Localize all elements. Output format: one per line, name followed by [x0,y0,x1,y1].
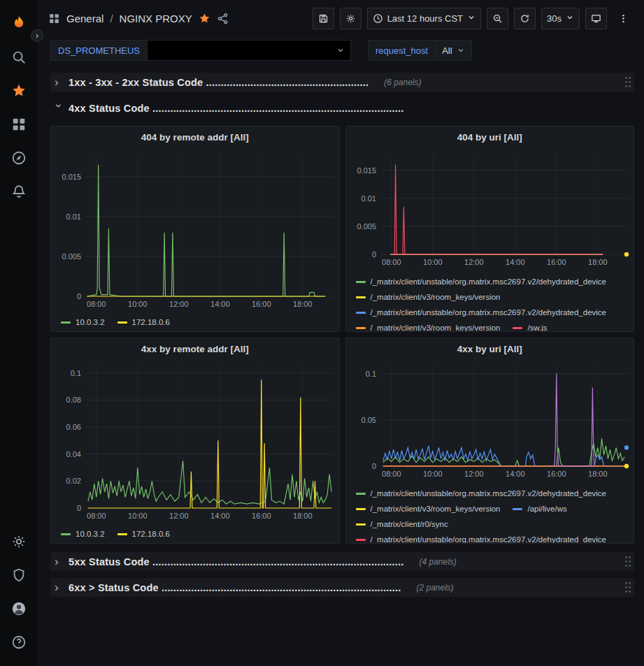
row-title: 5xx Status Code ........................… [69,556,403,567]
legend-label: 10.0.3.2 [76,316,105,329]
sidebar-item-search[interactable] [5,43,33,71]
save-dashboard-button[interactable] [313,8,334,29]
svg-text:12:00: 12:00 [464,258,484,266]
timeseries-chart[interactable]: 00.0050.010.01508:0010:0012:0014:0016:00… [51,147,339,314]
legend-item[interactable]: /_matrix/client/v3/room_keys/version [356,320,501,331]
row-header-4xx[interactable]: 4xx Status Code ........................… [50,99,634,117]
legend-label: /_matrix/client/v3/room_keys/version [371,289,501,305]
legend-item[interactable]: /_matrix/client/unstable/org.matrix.msc2… [356,274,607,289]
svg-text:12:00: 12:00 [464,470,484,478]
grafana-flame-icon [9,14,29,34]
row-panel-count: (4 panels) [419,557,456,567]
legend-item[interactable]: /api/live/ws [513,501,566,516]
more-options-button[interactable] [613,8,634,29]
legend-item[interactable]: /_matrix/client/v3/room_keys/version [356,501,501,516]
row-header-1xx-3xx-2xx[interactable]: 1xx - 3xx - 2xx Status Code ............… [50,73,634,92]
sidebar-item-help[interactable] [5,628,33,656]
legend-color-swatch [356,508,366,510]
sidebar-item-profile[interactable] [5,595,33,623]
panel-title[interactable]: 404 by uri [All] [346,126,634,147]
legend-item[interactable]: /sw.js [513,320,547,331]
timeseries-chart[interactable]: 00.020.040.060.080.108:0010:0012:0014:00… [51,359,339,526]
sidebar-item-configuration[interactable] [5,528,33,556]
legend-item[interactable]: 172.18.0.6 [117,316,170,329]
row-drag-handle[interactable] [624,555,632,571]
panel-title[interactable]: 4xx by uri [All] [346,338,634,359]
svg-text:10:00: 10:00 [128,512,148,520]
chevron-down-icon [457,46,465,55]
timeseries-chart[interactable]: 00.050.108:0010:0012:0014:0016:0018:00 [346,359,634,484]
svg-text:0.05: 0.05 [361,416,375,424]
refresh-interval-picker[interactable]: 30s [541,8,580,29]
svg-text:0.1: 0.1 [71,369,81,377]
sidebar-item-alerting[interactable] [5,178,33,205]
svg-text:0.01: 0.01 [361,194,375,203]
legend-color-swatch [356,312,366,314]
legend-label: /_matrix/client/unstable/org.matrix.msc2… [371,305,607,320]
main-area: General / NGINX PROXY [37,0,644,666]
breadcrumb-separator: / [110,13,113,24]
time-range-picker[interactable]: Last 12 hours CST [367,8,481,29]
svg-text:12:00: 12:00 [169,300,189,308]
sidebar-item-dashboards[interactable] [5,110,33,138]
row-header-5xx[interactable]: 5xx Status Code ........................… [50,552,634,571]
legend-label: /_matrix/client/v3/room_keys/version [371,501,501,516]
svg-text:0.01: 0.01 [66,212,81,221]
legend-item[interactable]: 172.18.0.6 [117,528,170,541]
svg-text:16:00: 16:00 [252,300,271,308]
dashboard-title[interactable]: NGINX PROXY [120,13,192,24]
panel-title[interactable]: 4xx by remote addr [All] [51,338,339,359]
legend-item[interactable]: /_matrix/client/unstable/org.matrix.msc2… [356,486,607,501]
share-icon[interactable] [217,13,229,24]
sidebar-item-starred[interactable] [5,77,33,105]
svg-text:0.005: 0.005 [62,252,81,261]
chevron-down-icon [53,104,65,113]
save-icon [318,13,329,24]
row-drag-handle[interactable] [624,581,632,597]
legend-label: 10.0.3.2 [76,528,105,541]
timeseries-chart[interactable]: 00.0050.010.01508:0010:0012:0014:0016:00… [346,147,634,273]
legend-label: /_matrix/client/r0/sync [371,516,448,532]
svg-text:18:00: 18:00 [293,300,313,308]
sidebar-item-server-admin[interactable] [5,561,33,589]
svg-text:14:00: 14:00 [506,258,525,266]
star-icon [11,83,27,99]
legend-item[interactable]: /_matrix/client/r0/sync [356,516,448,532]
legend-item[interactable]: /_matrix/client/v3/room_keys/version [356,289,501,305]
compass-icon [11,150,27,166]
legend-item[interactable]: /_matrix/client/unstable/org.matrix.msc2… [356,532,607,543]
zoom-out-button[interactable] [487,8,508,29]
variable-select-ds-prometheus[interactable] [147,40,351,61]
variable-select-request-host[interactable]: All [435,40,471,61]
panel-title[interactable]: 404 by remote addr [All] [51,126,339,147]
svg-text:10:00: 10:00 [423,470,443,478]
panel-legend: /_matrix/client/unstable/org.matrix.msc2… [346,273,634,331]
grafana-logo[interactable] [5,10,33,38]
row-header-6xx[interactable]: 6xx > Status Code ......................… [50,578,634,597]
svg-text:0: 0 [371,250,375,259]
svg-text:0.015: 0.015 [357,166,376,175]
sidebar-expand-button[interactable]: › [31,29,43,42]
legend-color-swatch [61,321,71,324]
sidebar-item-explore[interactable] [5,144,33,172]
breadcrumb-section[interactable]: General [66,13,103,24]
chevron-right-icon [55,556,63,567]
legend-label: /api/live/ws [527,501,566,516]
legend-item[interactable]: 10.0.3.2 [61,316,105,329]
refresh-button[interactable] [514,8,536,29]
legend-color-swatch [356,523,366,526]
legend-item[interactable]: 10.0.3.2 [61,528,105,541]
legend-label: /_matrix/client/unstable/org.matrix.msc2… [371,486,607,501]
tv-mode-button[interactable] [585,8,607,29]
legend-color-swatch [513,327,522,329]
panel-404-by-remote-addr: 404 by remote addr [All] 00.0050.010.015… [50,126,340,332]
legend-item[interactable]: /_matrix/client/unstable/org.matrix.msc2… [356,305,607,320]
sidebar: › [0,0,37,666]
row-drag-handle[interactable] [624,75,632,92]
dashboard-settings-button[interactable] [340,8,362,29]
favorite-star-icon[interactable] [199,13,210,24]
svg-text:12:00: 12:00 [169,512,189,520]
gear-icon [11,534,27,549]
legend-color-swatch [356,296,366,298]
svg-text:10:00: 10:00 [128,300,148,308]
